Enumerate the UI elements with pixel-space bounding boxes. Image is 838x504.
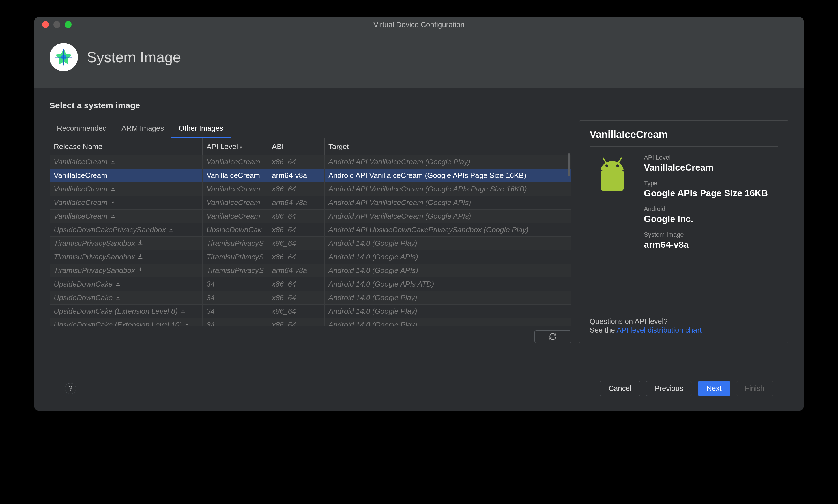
cell-target: Android API VanillaIceCream (Google APIs… [324, 169, 571, 182]
table-row[interactable]: UpsideDownCake (Extension Level 8)34x86_… [50, 305, 571, 318]
cell-abi: x86_64 [268, 182, 324, 196]
download-icon[interactable] [110, 212, 116, 221]
cell-release: VanillaIceCream [50, 182, 202, 196]
cell-abi: x86_64 [268, 318, 324, 326]
value-type: Google APIs Page Size 16KB [644, 188, 778, 199]
cell-abi: x86_64 [268, 277, 324, 291]
cell-api: VanillaIceCream [202, 196, 268, 210]
cell-abi: arm64-v8a [268, 264, 324, 277]
cell-target: Android API VanillaIceCream (Google APIs… [324, 210, 571, 223]
cell-abi: x86_64 [268, 250, 324, 264]
table-scrollbar[interactable] [568, 153, 570, 176]
download-icon[interactable] [137, 266, 143, 275]
download-icon[interactable] [110, 198, 116, 207]
tab-recommended[interactable]: Recommended [50, 121, 114, 138]
cell-release: UpsideDownCakePrivacySandbox [50, 223, 202, 237]
table-row[interactable]: VanillaIceCreamVanillaIceCreamx86_64Andr… [50, 155, 571, 169]
cell-target: Android 14.0 (Google APIs) [324, 250, 571, 264]
download-icon[interactable] [115, 280, 121, 288]
api-question-text: Questions on API level? [590, 317, 778, 326]
download-icon[interactable] [168, 226, 174, 234]
table-row[interactable]: TiramisuPrivacySandboxTiramisuPrivacySar… [50, 264, 571, 277]
cell-release: UpsideDownCake (Extension Level 8) [50, 305, 202, 318]
download-icon[interactable] [137, 253, 143, 261]
cell-release: VanillaIceCream [50, 210, 202, 223]
cell-abi: arm64-v8a [268, 169, 324, 182]
cell-release: TiramisuPrivacySandbox [50, 264, 202, 277]
download-icon[interactable] [180, 307, 186, 316]
cell-api: TiramisuPrivacyS [202, 237, 268, 250]
download-icon[interactable] [115, 293, 121, 302]
cell-release: UpsideDownCake (Extension Level 10) [50, 318, 202, 326]
table-row[interactable]: UpsideDownCake34x86_64Android 14.0 (Goog… [50, 277, 571, 291]
cell-release: TiramisuPrivacySandbox [50, 237, 202, 250]
cancel-button[interactable]: Cancel [600, 381, 640, 396]
table-row[interactable]: VanillaIceCreamVanillaIceCreamx86_64Andr… [50, 210, 571, 223]
download-icon[interactable] [110, 185, 116, 194]
table-row[interactable]: VanillaIceCreamVanillaIceCreamarm64-v8aA… [50, 169, 571, 182]
cell-abi: x86_64 [268, 155, 324, 169]
android-studio-icon [50, 43, 78, 71]
close-window-button[interactable] [42, 21, 49, 28]
next-button[interactable]: Next [698, 381, 730, 396]
value-android: Google Inc. [644, 214, 778, 224]
label-api-level: API Level [644, 154, 778, 161]
content-area: Select a system image Recommended ARM Im… [34, 88, 804, 411]
download-icon[interactable] [110, 158, 116, 166]
sort-caret-icon: ▾ [239, 145, 242, 150]
cell-target: Android 14.0 (Google Play) [324, 291, 571, 305]
cell-api: TiramisuPrivacyS [202, 250, 268, 264]
header: System Image [34, 32, 804, 88]
cell-api: VanillaIceCream [202, 210, 268, 223]
refresh-button[interactable] [534, 330, 571, 343]
titlebar: Virtual Device Configuration [34, 17, 804, 32]
cell-api: 34 [202, 305, 268, 318]
col-header-abi[interactable]: ABI [268, 138, 324, 155]
system-image-table: Release Name API Level▾ ABI Target Vanil… [50, 138, 571, 326]
table-row[interactable]: UpsideDownCake (Extension Level 10)34x86… [50, 318, 571, 326]
table-row[interactable]: VanillaIceCreamVanillaIceCreamarm64-v8aA… [50, 196, 571, 210]
col-header-release[interactable]: Release Name [50, 138, 202, 155]
cell-target: Android API VanillaIceCream (Google APIs… [324, 182, 571, 196]
table-row[interactable]: UpsideDownCakePrivacySandboxUpsideDownCa… [50, 223, 571, 237]
table-row[interactable]: TiramisuPrivacySandboxTiramisuPrivacySx8… [50, 237, 571, 250]
svg-point-4 [616, 164, 619, 167]
svg-point-3 [605, 164, 608, 167]
help-button[interactable]: ? [65, 383, 76, 394]
label-system-image: System Image [644, 231, 778, 238]
table-row[interactable]: UpsideDownCake34x86_64Android 14.0 (Goog… [50, 291, 571, 305]
cell-abi: x86_64 [268, 223, 324, 237]
download-icon[interactable] [184, 321, 190, 326]
api-distribution-link[interactable]: API level distribution chart [617, 326, 702, 334]
cell-api: VanillaIceCream [202, 182, 268, 196]
window-controls [34, 21, 72, 28]
cell-api: UpsideDownCak [202, 223, 268, 237]
table-row[interactable]: VanillaIceCreamVanillaIceCreamx86_64Andr… [50, 182, 571, 196]
dialog-footer: ? Cancel Previous Next Finish [50, 374, 788, 403]
col-header-api[interactable]: API Level▾ [202, 138, 268, 155]
section-subtitle: Select a system image [50, 101, 788, 110]
zoom-window-button[interactable] [65, 21, 72, 28]
cell-api: TiramisuPrivacyS [202, 264, 268, 277]
cell-abi: x86_64 [268, 291, 324, 305]
download-icon[interactable] [137, 239, 143, 248]
tab-arm-images[interactable]: ARM Images [114, 121, 171, 138]
tab-other-images[interactable]: Other Images [172, 121, 231, 138]
previous-button[interactable]: Previous [646, 381, 692, 396]
svg-rect-2 [601, 170, 624, 191]
cell-abi: x86_64 [268, 305, 324, 318]
table-row[interactable]: TiramisuPrivacySandboxTiramisuPrivacySx8… [50, 250, 571, 264]
cell-target: Android 14.0 (Google APIs) [324, 264, 571, 277]
minimize-window-button[interactable] [53, 21, 60, 28]
cell-abi: x86_64 [268, 210, 324, 223]
system-image-table-wrap: Release Name API Level▾ ABI Target Vanil… [50, 138, 571, 326]
cell-target: Android 14.0 (Google APIs ATD) [324, 277, 571, 291]
window-title: Virtual Device Configuration [373, 20, 465, 29]
detail-title: VanillaIceCream [590, 129, 778, 146]
page-title: System Image [87, 49, 181, 66]
cell-api: 34 [202, 277, 268, 291]
col-header-target[interactable]: Target [324, 138, 571, 155]
cell-api: 34 [202, 318, 268, 326]
cell-api: 34 [202, 291, 268, 305]
dialog-window: Virtual Device Configuration System Imag… [34, 17, 804, 411]
